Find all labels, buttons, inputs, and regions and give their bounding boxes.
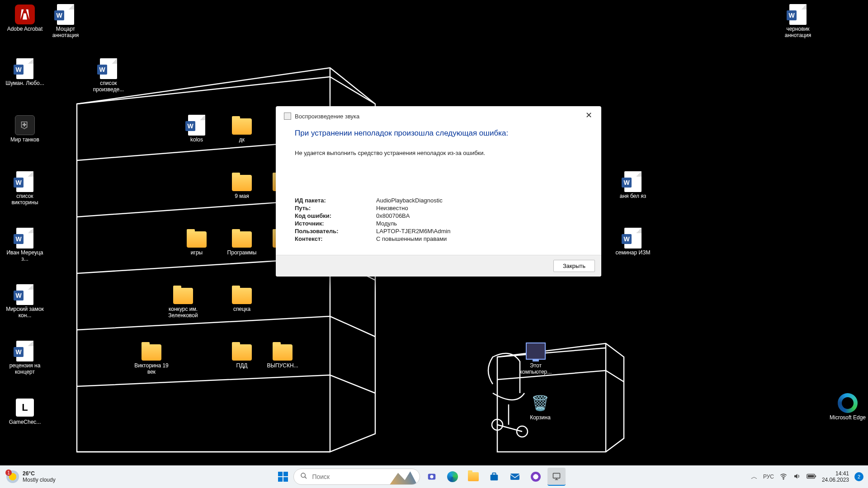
svg-rect-14 — [808, 475, 814, 478]
desktop-icon-mozart[interactable]: Моцарт аннотация — [45, 5, 86, 38]
tray-notifications[interactable]: 2 — [854, 472, 863, 481]
desktop-icon-anya[interactable]: аня бел яз — [613, 172, 653, 199]
icon-label: ПДД — [222, 362, 262, 369]
icon-label: Adobe Acrobat — [5, 26, 45, 32]
dialog-details: ИД пакета:AudioPlaybackDiagnosticПуть:Не… — [295, 197, 582, 242]
detail-key: Путь: — [295, 205, 376, 211]
detail-key: Код ошибки: — [295, 212, 376, 219]
icon-label: спецка — [222, 306, 262, 312]
detail-value: AudioPlaybackDiagnostic — [376, 197, 443, 204]
word-icon — [56, 5, 75, 24]
windows-logo-icon — [278, 472, 288, 482]
desktop-icon-schumann[interactable]: Шуман. Любо... — [5, 59, 45, 86]
detail-row: Путь:Неизвестно — [295, 205, 582, 211]
detail-value: Модуль — [376, 220, 397, 227]
svg-point-12 — [783, 479, 784, 479]
desktop-icon-thispc[interactable]: Этот компьютер... — [515, 341, 556, 375]
close-button[interactable]: Закрыть — [553, 260, 595, 272]
adobe-icon — [15, 5, 35, 24]
folder-icon — [232, 115, 252, 135]
desktop-icon-viklist[interactable]: список викторины — [5, 172, 45, 206]
desktop-icon-ivan[interactable]: Иван Мереуца з... — [5, 228, 45, 262]
detail-value: Неизвестно — [376, 205, 408, 211]
taskbar-troubleshooter[interactable] — [547, 468, 566, 486]
word-icon — [15, 172, 35, 192]
weather-icon — [6, 470, 19, 483]
taskbar: 26°C Mostly cloudy — [0, 465, 868, 488]
tray-battery-icon[interactable] — [807, 473, 816, 481]
svg-line-3 — [305, 477, 307, 479]
taskbar-explorer[interactable] — [464, 468, 482, 486]
dialog-heading: При устранении неполадок произошла следу… — [295, 129, 582, 138]
svg-rect-15 — [815, 475, 816, 477]
desktop-icon-spec[interactable]: спецка — [222, 285, 262, 312]
tray-wifi-icon[interactable] — [779, 472, 788, 482]
icon-label: игры — [176, 249, 217, 256]
icon-label: 9 мая — [222, 193, 262, 199]
desktop-icon-wot[interactable]: ⛨Мир танков — [5, 115, 45, 143]
desktop-icon-9may[interactable]: 9 мая — [222, 172, 262, 199]
desktop-icon-seminar[interactable]: семинар ИЗМ — [613, 228, 653, 256]
detail-row: Код ошибки:0x800706BA — [295, 212, 582, 219]
desktop-icon-spisok[interactable]: список произведе... — [88, 59, 129, 93]
icon-label: kolos — [176, 136, 217, 143]
icon-label: Microsoft Edge — [827, 414, 868, 421]
word-icon — [99, 59, 118, 79]
detail-key: ИД пакета: — [295, 197, 376, 204]
icon-label: Викторина 19 век — [131, 362, 172, 375]
icon-label: Шуман. Любо... — [5, 80, 45, 86]
tray-volume-icon[interactable] — [793, 472, 801, 482]
tray-clock[interactable]: 14:41 24.06.2023 — [822, 470, 849, 483]
taskbar-mail[interactable] — [506, 468, 524, 486]
word-icon — [623, 172, 643, 192]
folder-icon — [273, 341, 292, 361]
desktop-icon-edge[interactable]: Microsoft Edge — [827, 393, 868, 421]
dialog-titlebar: Воспроизведение звука — [276, 106, 601, 122]
desktop-icon-gamecheck[interactable]: LGameChec... — [5, 398, 45, 425]
detail-key: Источник: — [295, 220, 376, 227]
desktop-icon-konkurs[interactable]: конкурс им. Зеленковой — [163, 285, 203, 319]
svg-rect-9 — [553, 473, 560, 478]
desktop-icon-dk[interactable]: дк — [222, 115, 262, 143]
svg-rect-8 — [510, 474, 519, 480]
taskbar-store[interactable] — [485, 468, 503, 486]
desktop-icon-pdd[interactable]: ПДД — [222, 341, 262, 369]
close-icon[interactable]: ✕ — [580, 109, 597, 122]
icon-label: ВЫПУСКН... — [262, 362, 303, 369]
detail-value: 0x800706BA — [376, 212, 410, 219]
detail-row: Контекст:С повышенными правами — [295, 235, 582, 242]
desktop-icon-bin[interactable]: 🗑️Корзина — [520, 393, 561, 421]
start-button[interactable] — [275, 469, 291, 484]
desktop-icon-vypusk[interactable]: ВЫПУСКН... — [262, 341, 303, 369]
desktop-icon-kolos[interactable]: kolos — [176, 115, 217, 143]
exe-icon: L — [15, 398, 35, 418]
tray-language[interactable]: РУС — [763, 474, 774, 480]
dialog-title: Воспроизведение звука — [295, 113, 359, 120]
desktop-icon-programs[interactable]: Программы — [222, 228, 262, 256]
tray-chevron-icon[interactable]: ︿ — [751, 473, 758, 481]
icon-label: Мирский замок кон... — [5, 306, 45, 319]
weather-desc: Mostly cloudy — [23, 477, 56, 483]
desktop-icon-mirsky[interactable]: Мирский замок кон... — [5, 285, 45, 319]
desktop-icon-review[interactable]: рецензия на концерт — [5, 341, 45, 375]
desktop-icon-draft[interactable]: черновик аннотация — [778, 5, 818, 38]
edge-icon — [838, 393, 858, 413]
folder-icon — [232, 285, 252, 305]
desktop-icon-adobe[interactable]: Adobe Acrobat — [5, 5, 45, 32]
taskbar-yandex[interactable] — [527, 468, 545, 486]
taskbar-search[interactable] — [293, 469, 420, 485]
desktop-icon-vik19[interactable]: Викторина 19 век — [131, 341, 172, 375]
folder-icon — [187, 228, 207, 248]
desktop-icon-games[interactable]: игры — [176, 228, 217, 256]
icon-label: черновик аннотация — [778, 26, 818, 38]
search-icon — [300, 472, 307, 481]
detail-key: Контекст: — [295, 235, 376, 242]
folder-icon — [142, 341, 161, 361]
troubleshooter-dialog: ✕ Воспроизведение звука При устранении н… — [276, 106, 601, 277]
word-icon — [623, 228, 643, 248]
taskbar-weather[interactable]: 26°C Mostly cloudy — [0, 470, 90, 483]
taskbar-edge[interactable] — [443, 468, 462, 486]
detail-value: С повышенными правами — [376, 235, 447, 242]
app-icon — [284, 113, 291, 120]
taskbar-teams[interactable] — [423, 468, 441, 486]
